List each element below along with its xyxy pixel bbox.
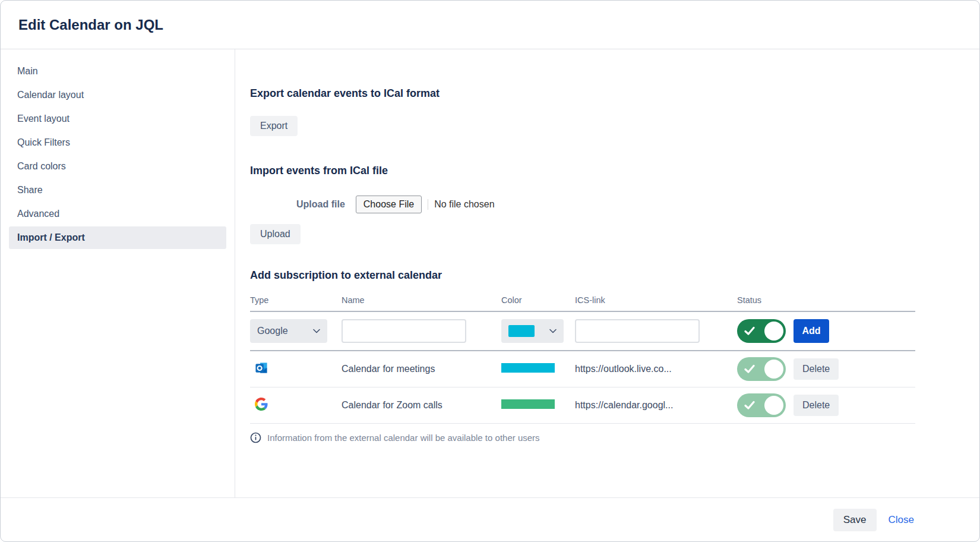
column-header-name: Name [342, 295, 501, 305]
add-button[interactable]: Add [794, 319, 829, 343]
subscription-colorbar [501, 399, 555, 409]
dialog-footer: Save Close [1, 497, 979, 541]
column-header-color: Color [501, 295, 575, 305]
subscriptions-table: Type Name Color ICS-link Status Google [250, 289, 915, 443]
status-toggle[interactable] [737, 357, 786, 381]
upload-file-row: Upload file Choose File No file chosen [250, 196, 979, 213]
choose-file-button[interactable]: Choose File [356, 196, 422, 213]
type-select[interactable]: Google [250, 319, 327, 343]
name-input[interactable] [342, 319, 466, 343]
sidebar-item-import-export[interactable]: Import / Export [9, 226, 226, 249]
info-note-text: Information from the external calendar w… [267, 433, 540, 443]
color-select[interactable] [501, 319, 564, 343]
toggle-knob [764, 322, 783, 341]
import-heading: Import events from ICal file [250, 163, 979, 178]
upload-file-label: Upload file [296, 199, 345, 210]
google-icon [255, 398, 268, 411]
subscription-name: Calendar for Zoom calls [342, 400, 501, 411]
subscription-row: Calendar for meetings https://outlook.li… [250, 351, 915, 387]
table-header-row: Type Name Color ICS-link Status [250, 289, 915, 311]
status-toggle[interactable] [737, 393, 786, 417]
check-icon [744, 401, 755, 410]
no-file-chosen-text: No file chosen [428, 199, 494, 210]
subscriptions-heading: Add subscription to external calendar [250, 268, 979, 282]
dialog-header: Edit Calendar on JQL [1, 1, 979, 49]
ics-link-input[interactable] [575, 319, 700, 343]
add-subscription-form-row: Google [250, 312, 915, 350]
column-header-ics: ICS-link [575, 295, 737, 305]
export-button[interactable]: Export [250, 116, 298, 136]
main-content: Export calendar events to ICal format Ex… [235, 49, 979, 497]
upload-button[interactable]: Upload [250, 224, 301, 244]
chevron-down-icon [549, 329, 557, 333]
sidebar-item-quick-filters[interactable]: Quick Filters [9, 131, 226, 154]
check-icon [744, 364, 755, 374]
subscription-colorbar [501, 363, 555, 373]
subscription-ics-link: https://calendar.googl... [575, 400, 737, 411]
type-select-value: Google [257, 326, 288, 336]
edit-calendar-dialog: Edit Calendar on JQL Main Calendar layou… [0, 0, 980, 542]
subscription-ics-link: https://outlook.live.co... [575, 364, 737, 374]
delete-button[interactable]: Delete [794, 395, 839, 416]
chevron-down-icon [313, 329, 320, 333]
color-swatch [508, 325, 535, 337]
export-heading: Export calendar events to ICal format [250, 86, 979, 100]
status-toggle[interactable] [737, 319, 786, 343]
table-bottom-divider [250, 423, 915, 424]
sidebar-item-card-colors[interactable]: Card colors [9, 155, 226, 178]
sidebar-item-advanced[interactable]: Advanced [9, 203, 226, 225]
delete-button[interactable]: Delete [794, 358, 839, 380]
sidebar-item-calendar-layout[interactable]: Calendar layout [9, 84, 226, 106]
column-header-type: Type [250, 295, 342, 305]
column-header-status: Status [737, 295, 915, 305]
sidebar-item-share[interactable]: Share [9, 179, 226, 201]
file-input[interactable]: Choose File No file chosen [356, 196, 495, 213]
subscription-name: Calendar for meetings [342, 364, 501, 374]
close-link[interactable]: Close [889, 514, 914, 526]
toggle-knob [764, 396, 783, 415]
dialog-title: Edit Calendar on JQL [18, 17, 163, 33]
outlook-icon [255, 361, 268, 375]
check-icon [744, 326, 755, 336]
sidebar-item-event-layout[interactable]: Event layout [9, 108, 226, 130]
info-note: Information from the external calendar w… [250, 432, 915, 443]
toggle-knob [764, 360, 783, 379]
sidebar-item-main[interactable]: Main [9, 60, 226, 83]
subscription-row: Calendar for Zoom calls https://calendar… [250, 387, 915, 423]
settings-sidebar: Main Calendar layout Event layout Quick … [1, 49, 235, 497]
info-icon [250, 432, 261, 443]
save-button[interactable]: Save [833, 509, 877, 531]
